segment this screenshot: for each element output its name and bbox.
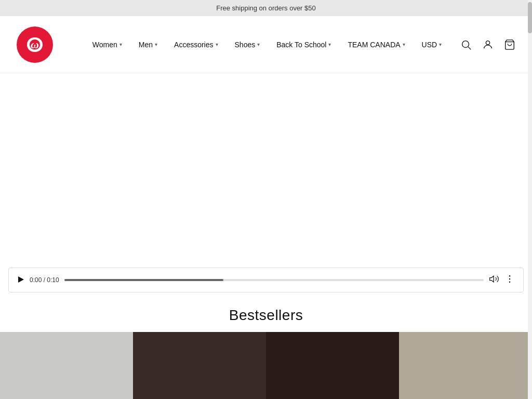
chevron-down-icon: ▾ <box>439 42 442 47</box>
nav-label-back-to-school: Back To School <box>276 41 326 49</box>
play-icon <box>17 276 24 283</box>
product-card-4[interactable] <box>399 332 532 399</box>
chevron-down-icon: ▾ <box>403 42 405 47</box>
more-options-button[interactable] <box>504 274 515 286</box>
nav-label-shoes: Shoes <box>235 41 256 49</box>
header: ω Women ▾ Men ▾ Accessories ▾ Shoes ▾ Ba… <box>0 16 532 73</box>
product-grid <box>0 332 532 399</box>
svg-point-9 <box>509 278 511 280</box>
svg-point-10 <box>509 282 511 283</box>
chevron-down-icon: ▾ <box>155 42 157 47</box>
nav-item-women[interactable]: Women ▾ <box>92 41 122 49</box>
header-icons <box>460 39 515 50</box>
svg-point-4 <box>486 41 489 44</box>
nav-label-currency: USD <box>422 41 437 49</box>
nav-item-currency[interactable]: USD ▾ <box>422 41 442 49</box>
product-card-1[interactable] <box>0 332 133 399</box>
svg-line-3 <box>468 47 471 49</box>
svg-marker-7 <box>490 276 494 282</box>
account-icon <box>482 39 494 50</box>
progress-bar[interactable] <box>64 279 484 281</box>
main-nav: Women ▾ Men ▾ Accessories ▾ Shoes ▾ Back… <box>74 41 460 49</box>
scrollbar-thumb[interactable] <box>528 2 532 33</box>
nav-label-women: Women <box>92 41 117 49</box>
video-area <box>0 73 532 263</box>
product-image-2 <box>133 332 266 399</box>
nav-label-men: Men <box>139 41 153 49</box>
scrollbar[interactable] <box>528 0 532 399</box>
nav-item-back-to-school[interactable]: Back To School ▾ <box>276 41 331 49</box>
play-button[interactable] <box>17 276 24 285</box>
logo-icon: ω <box>23 33 47 57</box>
svg-marker-6 <box>18 276 24 283</box>
nav-label-team-canada: TEAM CANADA <box>348 41 400 49</box>
time-display: 0:00 / 0:10 <box>30 276 59 284</box>
logo[interactable]: ω <box>17 26 53 63</box>
account-button[interactable] <box>482 39 494 50</box>
cart-button[interactable] <box>504 39 515 50</box>
video-controls[interactable]: 0:00 / 0:10 <box>8 268 524 292</box>
product-image-4 <box>399 332 532 399</box>
volume-button[interactable] <box>489 274 499 286</box>
bestsellers-section: Bestsellers <box>0 297 532 399</box>
nav-label-accessories: Accessories <box>174 41 213 49</box>
product-card-2[interactable] <box>133 332 266 399</box>
nav-item-shoes[interactable]: Shoes ▾ <box>235 41 260 49</box>
progress-played <box>64 279 224 281</box>
chevron-down-icon: ▾ <box>328 42 331 47</box>
announcement-text: Free shipping on orders over $50 <box>216 4 316 12</box>
product-card-3[interactable] <box>266 332 399 399</box>
chevron-down-icon: ▾ <box>216 42 218 47</box>
svg-point-8 <box>509 275 511 277</box>
bestsellers-title: Bestsellers <box>0 307 532 324</box>
logo-circle[interactable]: ω <box>17 26 53 63</box>
chevron-down-icon: ▾ <box>257 42 260 47</box>
search-button[interactable] <box>460 39 472 50</box>
product-image-3 <box>266 332 399 399</box>
announcement-bar: Free shipping on orders over $50 <box>0 0 532 16</box>
nav-item-team-canada[interactable]: TEAM CANADA ▾ <box>348 41 405 49</box>
svg-point-2 <box>462 41 469 47</box>
chevron-down-icon: ▾ <box>119 42 122 47</box>
volume-icon <box>489 274 499 284</box>
cart-icon <box>504 39 515 50</box>
svg-text:ω: ω <box>31 38 39 51</box>
more-icon <box>504 274 515 284</box>
search-icon <box>460 39 472 50</box>
video-section: 0:00 / 0:10 <box>0 73 532 297</box>
nav-item-men[interactable]: Men ▾ <box>139 41 157 49</box>
product-image-1 <box>0 332 133 399</box>
nav-item-accessories[interactable]: Accessories ▾ <box>174 41 218 49</box>
